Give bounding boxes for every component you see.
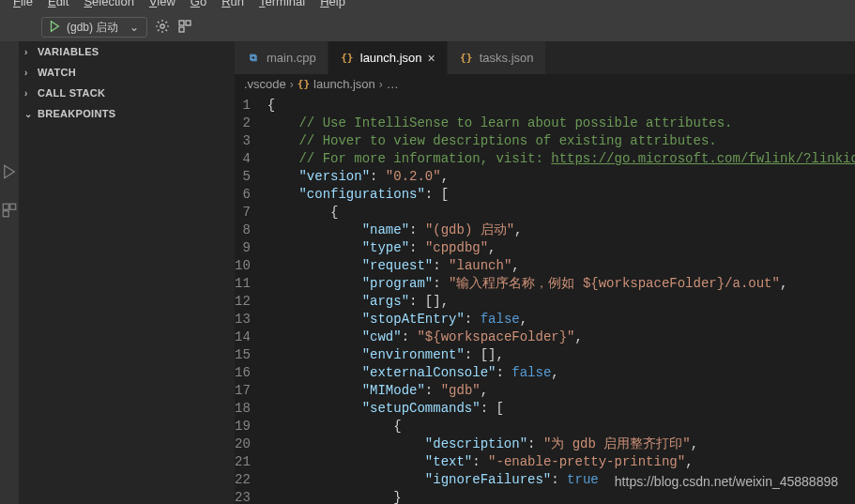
extensions-icon[interactable]: [1, 202, 18, 221]
tab-launch-json[interactable]: {} launch.json ×: [328, 41, 448, 74]
menu-edit[interactable]: Edit: [42, 0, 74, 8]
panel-label: BREAKPOINTS: [38, 108, 115, 119]
svg-rect-3: [179, 27, 184, 32]
gear-icon[interactable]: [155, 19, 170, 37]
panel-watch[interactable]: › WATCH: [19, 62, 235, 83]
svg-rect-6: [3, 211, 8, 217]
code-editor[interactable]: 1 2 3 4 5 6 7 8 9 10 11 12 13 14 15 16 1…: [235, 95, 855, 504]
activity-bar: [0, 41, 19, 504]
cpp-icon: ⧉: [246, 51, 261, 66]
tab-main-cpp[interactable]: ⧉ main.cpp: [235, 41, 328, 74]
menu-view[interactable]: View: [144, 0, 181, 8]
chevron-right-icon: ›: [379, 78, 383, 91]
close-icon[interactable]: ×: [428, 51, 435, 66]
panel-variables[interactable]: › VARIABLES: [19, 41, 235, 62]
tab-label: main.cpp: [267, 51, 316, 65]
breadcrumb-folder[interactable]: .vscode: [244, 77, 286, 91]
chevron-right-icon: ›: [290, 78, 294, 91]
tab-tasks-json[interactable]: {} tasks.json: [448, 41, 546, 74]
menu-bar: File Edit Selection View Go Run Terminal…: [0, 0, 855, 13]
debug-toolbar: (gdb) 启动 ⌄: [0, 13, 855, 41]
panel-label: VARIABLES: [38, 46, 99, 57]
breadcrumb-tail[interactable]: …: [387, 77, 399, 91]
debug-config-selector[interactable]: (gdb) 启动 ⌄: [41, 17, 147, 38]
svg-rect-2: [186, 21, 191, 25]
menu-file[interactable]: File: [8, 0, 38, 8]
editor-area: ⧉ main.cpp {} launch.json × {} tasks.jso…: [235, 41, 855, 504]
panel-label: WATCH: [38, 67, 76, 78]
chevron-right-icon: ›: [24, 47, 34, 57]
tab-bar: ⧉ main.cpp {} launch.json × {} tasks.jso…: [235, 41, 855, 74]
tab-label: launch.json: [360, 51, 422, 65]
chevron-right-icon: ›: [24, 68, 34, 78]
overflow-icon[interactable]: [177, 19, 192, 37]
sidebar: › VARIABLES › WATCH › CALL STACK ⌄ BREAK…: [19, 41, 235, 504]
breadcrumb-file[interactable]: launch.json: [313, 77, 375, 91]
svg-rect-1: [179, 21, 184, 25]
run-debug-icon[interactable]: [1, 163, 18, 183]
svg-point-0: [160, 23, 164, 27]
json-icon: {}: [459, 51, 474, 66]
menu-help[interactable]: Help: [314, 0, 351, 8]
chevron-down-icon[interactable]: ⌄: [124, 21, 145, 34]
json-icon: {}: [298, 78, 310, 90]
chevron-down-icon: ⌄: [24, 109, 34, 119]
tab-label: tasks.json: [480, 51, 534, 65]
svg-rect-4: [3, 204, 8, 209]
menu-run[interactable]: Run: [216, 0, 250, 8]
menu-selection[interactable]: Selection: [78, 0, 139, 8]
chevron-right-icon: ›: [24, 88, 34, 99]
play-icon[interactable]: [48, 20, 61, 36]
json-icon: {}: [340, 51, 355, 66]
panel-breakpoints[interactable]: ⌄ BREAKPOINTS: [19, 103, 235, 124]
code-content[interactable]: { // Use IntelliSense to learn about pos…: [267, 95, 855, 504]
line-numbers: 1 2 3 4 5 6 7 8 9 10 11 12 13 14 15 16 1…: [235, 95, 267, 504]
svg-rect-5: [10, 204, 16, 209]
panel-call-stack[interactable]: › CALL STACK: [19, 83, 235, 103]
menu-terminal[interactable]: Terminal: [253, 0, 311, 8]
panel-label: CALL STACK: [38, 87, 105, 99]
breadcrumbs[interactable]: .vscode › {} launch.json › …: [235, 74, 855, 95]
menu-go[interactable]: Go: [185, 0, 212, 8]
debug-config-name: (gdb) 启动: [67, 20, 118, 36]
watermark: https://blog.csdn.net/weixin_45888898: [615, 474, 838, 489]
